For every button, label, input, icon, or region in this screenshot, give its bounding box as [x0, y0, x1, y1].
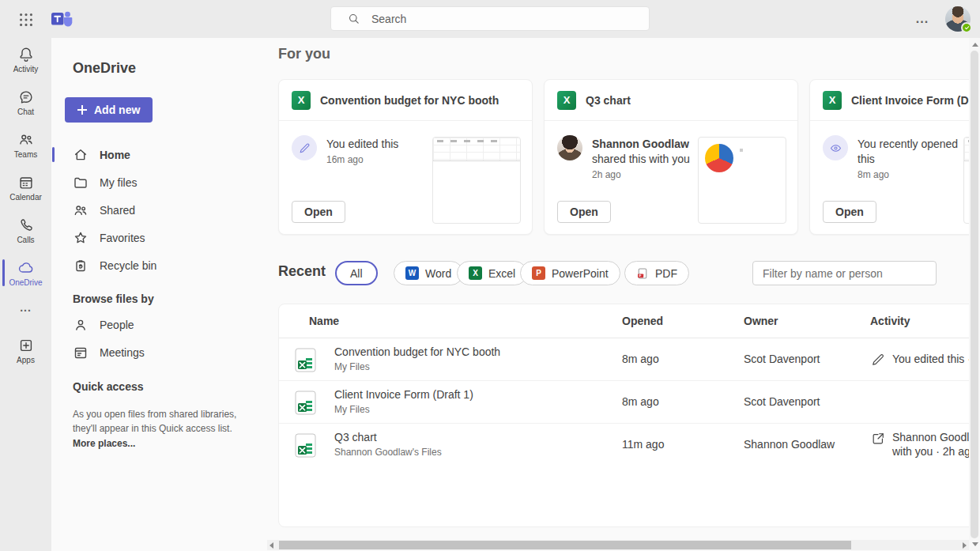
- rail-item-activity[interactable]: Activity: [0, 38, 51, 81]
- file-name: Client Invoice Form (Draft 1): [334, 388, 473, 401]
- browse-files-by-heading: Browse files by: [73, 292, 154, 305]
- more-places-link[interactable]: More places...: [73, 438, 135, 449]
- apps-plus-icon: [17, 337, 35, 354]
- folder-icon: [73, 175, 89, 191]
- column-header-owner[interactable]: Owner: [744, 304, 778, 338]
- filter-by-name-input[interactable]: [752, 261, 937, 285]
- recent-files-table: Name Opened Owner Activity Convention bu…: [278, 304, 969, 527]
- top-bar: ...: [0, 0, 980, 38]
- sidebar-item-people[interactable]: People: [51, 311, 275, 338]
- shared-people-icon: [73, 202, 89, 218]
- column-header-name[interactable]: Name: [309, 304, 339, 338]
- file-thumbnail-spreadsheet: [963, 137, 969, 224]
- powerpoint-icon: P: [532, 266, 545, 280]
- excel-file-icon: [295, 433, 316, 461]
- for-you-card-q3-chart[interactable]: X Q3 chart Shannon Goodlaw shared this w…: [544, 79, 798, 235]
- teams-logo-icon: [51, 9, 74, 29]
- rail-item-chat[interactable]: Chat: [0, 81, 51, 123]
- excel-file-icon: [295, 391, 316, 418]
- file-owner: Shannon Goodlaw: [744, 438, 835, 451]
- shannon-goodlaw-avatar: [557, 135, 582, 160]
- vertical-scrollbar[interactable]: [969, 38, 980, 551]
- file-opened-time: 8m ago: [622, 395, 659, 408]
- search-icon: [347, 12, 360, 25]
- word-icon: W: [405, 266, 419, 280]
- browse-files-nav: People Meetings: [51, 311, 275, 366]
- file-thumbnail-pie-chart: [698, 137, 786, 224]
- table-row-q3-chart[interactable]: Q3 chart Shannon Goodlaw's Files 11m ago…: [279, 424, 969, 466]
- table-row-convention-budget[interactable]: Convention budget for NYC booth My Files…: [279, 338, 969, 381]
- file-location: My Files: [334, 404, 370, 415]
- card-title: Convention budget for NYC booth: [320, 94, 499, 107]
- edited-activity-badge: [292, 135, 317, 160]
- quick-access-description: As you open files from shared libraries,…: [73, 407, 256, 436]
- bell-icon: [17, 46, 35, 63]
- star-icon: [73, 230, 89, 246]
- rail-item-teams[interactable]: Teams: [0, 123, 51, 166]
- horizontal-scrollbar-thumb[interactable]: [279, 541, 851, 549]
- sidebar-item-favorites[interactable]: Favorites: [51, 224, 275, 251]
- scroll-right-arrow-icon[interactable]: [963, 542, 967, 549]
- pdf-icon: [636, 267, 649, 280]
- filter-pill-powerpoint[interactable]: P PowerPoint: [520, 261, 620, 285]
- rail-item-onedrive[interactable]: OneDrive: [0, 251, 51, 294]
- filter-pill-word[interactable]: W Word: [394, 261, 463, 285]
- app-rail: Activity Chat Teams Calendar Calls OneDr…: [0, 38, 51, 551]
- rail-item-calls[interactable]: Calls: [0, 209, 51, 251]
- rail-item-apps[interactable]: Apps: [0, 329, 51, 372]
- filter-pill-excel[interactable]: X Excel: [457, 261, 527, 285]
- phone-icon: [17, 217, 35, 234]
- column-header-activity[interactable]: Activity: [870, 304, 910, 338]
- user-avatar[interactable]: [945, 6, 971, 32]
- scroll-down-arrow-icon[interactable]: [972, 542, 978, 546]
- rail-more-apps-icon[interactable]: ...: [0, 294, 51, 321]
- onedrive-cloud-icon: [17, 259, 35, 277]
- topbar-more-menu-icon[interactable]: ...: [910, 7, 934, 31]
- file-opened-time: 8m ago: [622, 353, 659, 365]
- opened-activity-badge: [823, 135, 848, 160]
- file-name: Q3 chart: [334, 431, 377, 443]
- person-icon: [73, 317, 89, 333]
- excel-file-icon: [295, 348, 316, 376]
- add-new-button[interactable]: Add new: [65, 97, 153, 123]
- sidebar-item-my-files[interactable]: My files: [51, 168, 275, 196]
- file-name: Convention budget for NYC booth: [334, 345, 500, 358]
- card-title: Client Invoice Form (Draft 1): [851, 94, 969, 107]
- file-location: Shannon Goodlaw's Files: [334, 447, 442, 458]
- card-header: X Convention budget for NYC booth: [279, 80, 532, 121]
- open-button[interactable]: Open: [292, 201, 345, 223]
- file-owner: Scot Davenport: [744, 353, 820, 365]
- sidebar-item-shared[interactable]: Shared: [51, 196, 275, 224]
- sidebar-item-home[interactable]: Home: [51, 141, 275, 168]
- home-icon: [73, 147, 89, 163]
- table-row-client-invoice[interactable]: Client Invoice Form (Draft 1) My Files 8…: [279, 381, 969, 424]
- open-button[interactable]: Open: [823, 201, 876, 223]
- rail-item-calendar[interactable]: Calendar: [0, 166, 51, 209]
- card-header: X Q3 chart: [545, 80, 797, 121]
- horizontal-scrollbar[interactable]: [267, 540, 969, 550]
- search-input[interactable]: [370, 12, 631, 26]
- filter-pill-all[interactable]: All: [335, 261, 378, 285]
- file-activity-line1: Shannon Goodlaw shared this: [892, 431, 969, 443]
- file-location: My Files: [334, 361, 370, 372]
- column-header-opened[interactable]: Opened: [622, 304, 663, 338]
- calendar-icon: [17, 174, 35, 191]
- sidebar-item-recycle-bin[interactable]: Recycle bin: [51, 251, 275, 279]
- chat-icon: [17, 89, 35, 106]
- for-you-card-client-invoice[interactable]: X Client Invoice Form (Draft 1) You rece…: [809, 79, 969, 235]
- main-content: For you X Convention budget for NYC boot…: [275, 38, 969, 551]
- for-you-card-convention-budget[interactable]: X Convention budget for NYC booth You ed…: [278, 79, 533, 235]
- excel-icon: X: [823, 91, 842, 110]
- vertical-scrollbar-thumb[interactable]: [971, 51, 978, 538]
- recycle-bin-icon: [73, 258, 89, 274]
- card-activity-text: You edited this: [326, 137, 428, 152]
- excel-icon: X: [292, 91, 311, 110]
- search-box[interactable]: [330, 6, 650, 31]
- scroll-up-arrow-icon[interactable]: [972, 43, 978, 47]
- scroll-left-arrow-icon[interactable]: [270, 542, 273, 549]
- app-launcher-waffle-icon[interactable]: [16, 9, 36, 30]
- sidebar-item-meetings[interactable]: Meetings: [51, 338, 275, 366]
- filter-pill-pdf[interactable]: PDF: [624, 261, 689, 285]
- for-you-heading: For you: [278, 46, 330, 62]
- open-button[interactable]: Open: [557, 201, 611, 223]
